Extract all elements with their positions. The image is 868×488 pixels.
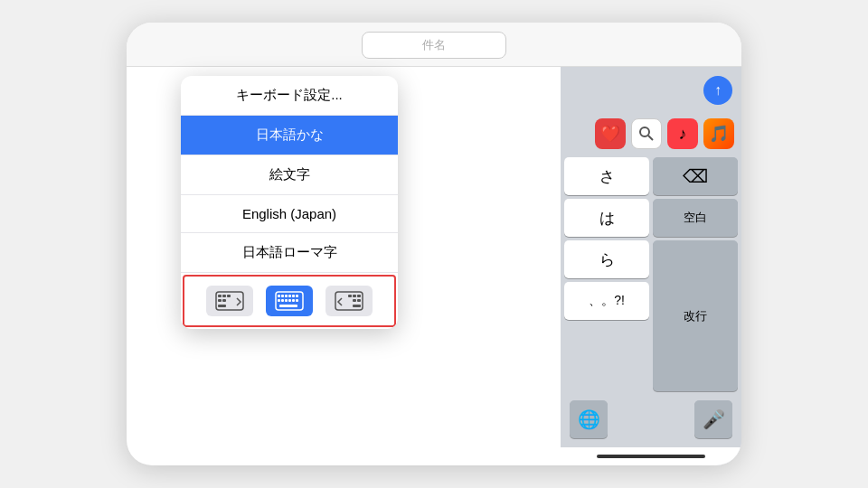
- svg-rect-3: [227, 295, 231, 297]
- subject-input[interactable]: 件名: [362, 32, 506, 59]
- svg-rect-20: [279, 305, 297, 307]
- app-icon-music[interactable]: ♪: [667, 118, 698, 149]
- send-button[interactable]: ↑: [703, 76, 732, 105]
- key-ha[interactable]: は: [564, 199, 649, 237]
- context-menu: キーボード設定... 日本語かな 絵文字 English (Japan) 日本語…: [181, 76, 398, 329]
- svg-rect-5: [222, 299, 226, 302]
- subject-field: 件名: [141, 32, 727, 59]
- keyboard-bottom-row: 🌐 🎤: [561, 395, 741, 447]
- key-punctuation[interactable]: 、。?!: [564, 282, 649, 320]
- svg-rect-27: [353, 305, 361, 307]
- phone-container: 件名 キーボード設定... 日本語かな 絵文字 English (Japan) …: [127, 23, 741, 465]
- keyboard-type-right[interactable]: [326, 286, 373, 316]
- keyboard-type-full[interactable]: [266, 286, 313, 316]
- app-icon-search[interactable]: [631, 118, 662, 149]
- app-shortcuts-row: ❤️ ♪ 🎵: [561, 114, 741, 154]
- svg-rect-1: [218, 295, 222, 297]
- svg-rect-8: [278, 295, 280, 297]
- key-sa[interactable]: さ: [564, 157, 649, 195]
- svg-rect-9: [281, 295, 284, 297]
- home-bar: [597, 455, 705, 458]
- kana-col2: ⌫ 空白 改行: [653, 157, 738, 391]
- svg-rect-19: [296, 299, 298, 302]
- keyboard-types-wrapper: [183, 275, 396, 327]
- svg-rect-12: [292, 295, 295, 297]
- home-indicator: [561, 447, 741, 465]
- svg-rect-18: [292, 299, 295, 302]
- svg-rect-11: [288, 295, 291, 297]
- menu-item-japanese-kana[interactable]: 日本語かな: [181, 116, 398, 155]
- key-return[interactable]: 改行: [653, 240, 738, 391]
- keyboard-type-left[interactable]: [206, 286, 253, 316]
- svg-rect-4: [218, 299, 222, 302]
- key-space[interactable]: 空白: [653, 199, 738, 237]
- menu-item-emoji[interactable]: 絵文字: [181, 155, 398, 195]
- svg-rect-13: [296, 295, 298, 297]
- kana-keys: さ は ら 、。?! ⌫ 空白 改行: [561, 154, 741, 395]
- svg-rect-23: [353, 295, 356, 297]
- mic-button[interactable]: 🎤: [694, 400, 732, 438]
- menu-item-keyboard-settings[interactable]: キーボード設定...: [181, 76, 398, 116]
- kana-col1: さ は ら 、。?!: [564, 157, 649, 391]
- globe-button[interactable]: 🌐: [570, 400, 608, 438]
- svg-rect-17: [288, 299, 291, 302]
- app-icon-extra[interactable]: 🎵: [703, 118, 734, 149]
- svg-rect-14: [278, 299, 280, 302]
- svg-rect-6: [218, 305, 226, 307]
- svg-rect-22: [348, 295, 352, 297]
- svg-rect-16: [285, 299, 288, 302]
- menu-item-english-japan[interactable]: English (Japan): [181, 195, 398, 233]
- keyboard-right-panel: ↑ ❤️ ♪ 🎵 さ は ら 、。?!: [561, 67, 741, 465]
- svg-rect-26: [357, 299, 361, 302]
- svg-rect-24: [357, 295, 361, 297]
- svg-point-28: [640, 127, 649, 136]
- key-backspace[interactable]: ⌫: [653, 157, 738, 195]
- menu-item-japanese-romaji[interactable]: 日本語ローマ字: [181, 233, 398, 273]
- svg-rect-2: [222, 295, 226, 297]
- svg-line-29: [648, 136, 653, 140]
- key-ra[interactable]: ら: [564, 240, 649, 278]
- keyboard-types-row: [184, 277, 394, 325]
- app-icons-row: ↑: [561, 67, 741, 114]
- svg-rect-15: [281, 299, 284, 302]
- main-area: キーボード設定... 日本語かな 絵文字 English (Japan) 日本語…: [127, 67, 741, 465]
- svg-rect-10: [285, 295, 288, 297]
- email-header: 件名: [127, 23, 741, 67]
- svg-rect-25: [353, 299, 356, 302]
- app-icon-heart[interactable]: ❤️: [595, 118, 626, 149]
